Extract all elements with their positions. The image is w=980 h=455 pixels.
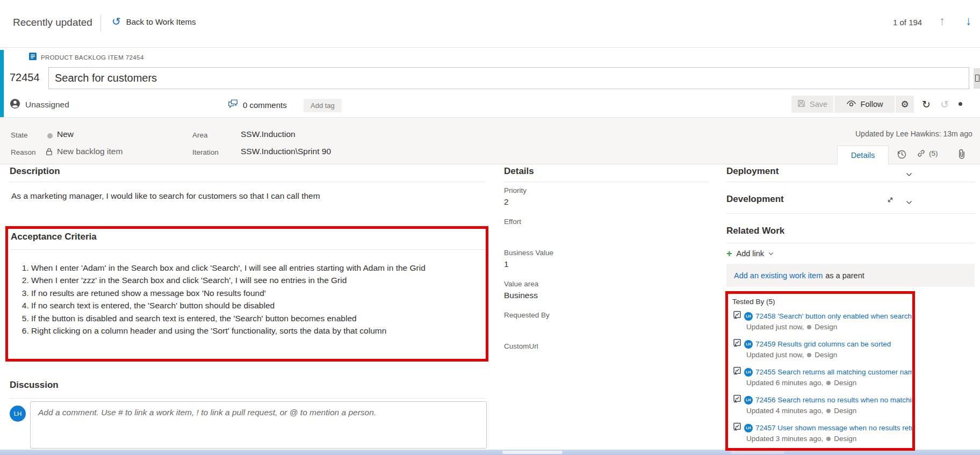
tab-attachments[interactable] xyxy=(957,149,965,159)
state-dot-icon xyxy=(826,381,831,385)
add-parent-banner: Add an existing work item as a parent xyxy=(726,264,975,287)
description-text[interactable]: As a marketing manager, I would like to … xyxy=(11,191,320,201)
link-icon xyxy=(917,149,926,158)
work-item-updated-row: Updated just now, Design xyxy=(746,351,912,359)
deployment-heading: Deployment xyxy=(726,166,779,177)
tab-history[interactable] xyxy=(896,149,907,160)
tested-by-item: LH 72456 Search returns no results when … xyxy=(732,394,912,415)
work-item-id: 72454 xyxy=(10,71,40,84)
refresh-icon[interactable]: ↻ xyxy=(917,96,935,113)
acceptance-criteria-item: If the button is disabled and search tex… xyxy=(31,312,438,324)
field-value[interactable] xyxy=(504,322,697,333)
detail-field: Business Value 1 xyxy=(504,249,697,280)
area-value[interactable]: SSW.Induction xyxy=(241,129,296,139)
previous-item-icon[interactable]: ↑ xyxy=(939,14,945,28)
work-item-updated-row: Updated 4 minutes ago, Design xyxy=(746,407,912,415)
clipped-edge-button[interactable] xyxy=(974,68,980,89)
state-dot-icon xyxy=(826,409,831,413)
field-value[interactable]: 2 xyxy=(504,197,697,208)
add-link-button[interactable]: + Add link xyxy=(726,249,774,258)
work-item-type-row: PRODUCT BACKLOG ITEM 72454 xyxy=(29,53,144,62)
detail-field: Priority 2 xyxy=(504,186,697,218)
follow-button[interactable]: Follow xyxy=(834,96,895,113)
undo-icon[interactable]: ↺ xyxy=(936,96,953,113)
assigned-to-field[interactable]: Unassigned xyxy=(10,98,69,111)
back-to-work-items-button[interactable]: ↺ Back to Work Items xyxy=(112,16,196,27)
test-case-icon xyxy=(732,366,741,378)
comment-count: 0 comments xyxy=(243,100,287,110)
work-item-link[interactable]: 72458 'Search' button only enabled when … xyxy=(755,312,912,320)
area-label: Area xyxy=(192,131,208,139)
avatar: LH xyxy=(744,312,753,321)
scrollbar-segment xyxy=(731,451,784,454)
divider xyxy=(726,182,975,182)
work-item-type-label: PRODUCT BACKLOG ITEM 72454 xyxy=(41,54,144,61)
work-item-link[interactable]: 72455 Search returns all matching custom… xyxy=(755,368,912,376)
more-options-icon[interactable] xyxy=(959,102,962,106)
field-value[interactable] xyxy=(504,228,697,240)
tested-by-list: LH 72458 'Search' button only enabled wh… xyxy=(728,310,912,443)
field-value[interactable] xyxy=(504,353,697,364)
field-label: Requested By xyxy=(504,311,697,319)
add-existing-work-item-link[interactable]: Add an existing work item xyxy=(734,271,823,280)
work-item-link[interactable]: 72456 Search returns no results when no … xyxy=(755,396,912,404)
iteration-value[interactable]: SSW.Induction\Sprint 90 xyxy=(241,147,331,156)
acceptance-criteria-item: Right clicking on a column header and us… xyxy=(31,324,438,337)
work-item-updated-row: Updated just now, Design xyxy=(746,323,912,331)
test-case-icon xyxy=(732,338,741,350)
acceptance-criteria-item: When I enter 'zzz' in the Search box and… xyxy=(31,274,438,286)
divider xyxy=(11,249,486,250)
links-count: (5) xyxy=(929,149,938,157)
reason-label: Reason xyxy=(11,148,36,156)
expand-icon[interactable] xyxy=(887,196,894,206)
work-item-state: Design xyxy=(815,351,837,359)
add-tag-button[interactable]: Add tag xyxy=(304,99,342,112)
work-item-link[interactable]: 72457 User shown message when no results… xyxy=(755,424,912,432)
add-parent-suffix: as a parent xyxy=(825,271,864,280)
assignee-label: Unassigned xyxy=(25,100,69,110)
field-value[interactable]: 1 xyxy=(504,259,697,271)
comments-field[interactable]: 0 comments xyxy=(228,99,287,111)
chevron-down-icon[interactable] xyxy=(906,169,912,179)
history-clock-icon xyxy=(896,149,907,160)
tab-details[interactable]: Details xyxy=(837,146,889,164)
acceptance-criteria-list[interactable]: When I enter 'Adam' in the Search box an… xyxy=(13,262,438,337)
comment-input[interactable]: Add a comment. Use # to link a work item… xyxy=(30,401,487,449)
avatar: LH xyxy=(744,340,753,349)
state-label: State xyxy=(11,131,28,139)
avatar: LH xyxy=(744,424,753,432)
detail-field: Effort xyxy=(504,218,697,249)
description-heading: Description xyxy=(10,166,60,177)
field-label: Value area xyxy=(504,280,697,288)
field-label: Priority xyxy=(504,186,697,194)
tested-by-heading: Tested By (5) xyxy=(732,298,912,306)
tab-links[interactable]: (5) xyxy=(917,149,938,158)
save-button[interactable]: Save xyxy=(791,96,833,113)
acceptance-criteria-item: When I enter 'Adam' in the Search box an… xyxy=(31,262,438,274)
work-item-updated-row: Updated 6 minutes ago, Design xyxy=(746,379,912,387)
state-value[interactable]: New xyxy=(57,129,74,139)
acceptance-criteria-item: If no search text is entered, the 'Searc… xyxy=(31,299,438,312)
title-input[interactable] xyxy=(48,67,969,89)
chevron-down-icon[interactable] xyxy=(906,197,912,207)
details-fields: Priority 2 Effort Business Value 1 Value… xyxy=(504,186,697,373)
test-case-icon xyxy=(732,422,741,434)
view-title: Recently updated xyxy=(13,17,92,28)
work-item-link[interactable]: 72459 Results grid columns can be sorted xyxy=(755,340,891,348)
product-backlog-item-icon xyxy=(29,53,37,62)
next-item-icon[interactable]: ↓ xyxy=(965,14,971,28)
settings-gear-icon[interactable]: ⚙ xyxy=(896,96,914,113)
clipped-icon xyxy=(975,75,979,82)
iteration-label: Iteration xyxy=(192,148,219,156)
state-dot-icon xyxy=(826,437,831,441)
divider xyxy=(504,182,708,182)
field-value[interactable]: Business xyxy=(504,291,697,302)
divider xyxy=(726,213,975,214)
acceptance-criteria-heading: Acceptance Criteria xyxy=(11,232,97,242)
acceptance-criteria-item: If no results are retuned show a message… xyxy=(31,287,438,299)
divider xyxy=(10,182,486,182)
plus-icon: + xyxy=(726,249,732,258)
lock-icon xyxy=(46,148,53,158)
top-bar: Recently updated ↺ Back to Work Items 1 … xyxy=(0,0,980,48)
horizontal-scrollbar-thumb[interactable] xyxy=(502,451,563,454)
